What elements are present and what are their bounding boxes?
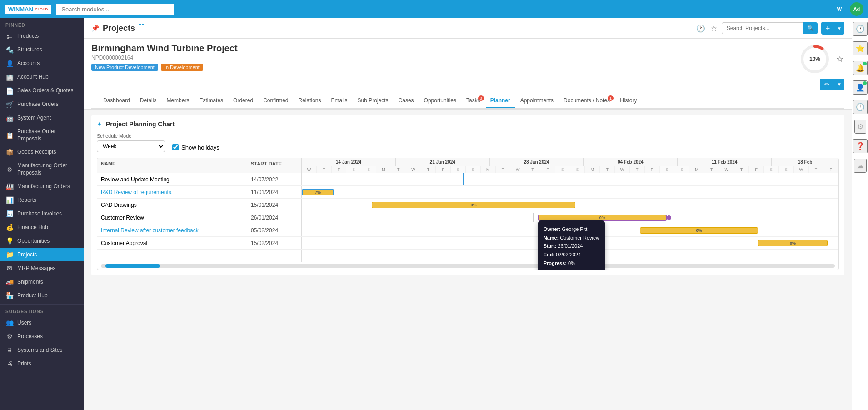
today-line [463, 173, 464, 185]
sidebar-item-processes[interactable]: ⚙ Processes [0, 330, 84, 343]
sidebar-item-products[interactable]: 🏷 Products [0, 30, 84, 43]
week-5: 11 Feb 2024 [678, 158, 772, 166]
sidebar-item-product-hub[interactable]: 🏪 Product Hub [0, 289, 84, 302]
project-tree-icon[interactable]: ⿳ [139, 24, 146, 32]
col-date-header: START DATE [247, 158, 302, 173]
task-5-bar[interactable]: 0% [640, 227, 758, 234]
suggestions-section: SUGGESTIONS 👥 Users ⚙ Processes 🖥 System… [0, 304, 84, 370]
tab-ordered[interactable]: Ordered [229, 94, 258, 108]
search-projects-input[interactable] [722, 22, 803, 34]
gantt-header: NAME START DATE 14 Jan 2024 21 Jan 2024 … [97, 158, 838, 173]
sidebar-item-mrp-messages[interactable]: ✉ MRP Messages [0, 261, 84, 275]
tab-opportunities[interactable]: Opportunities [419, 94, 461, 108]
project-code: NPD0000002164 [91, 55, 238, 61]
tab-dashboard[interactable]: Dashboard [99, 94, 135, 108]
sidebar-item-users[interactable]: 👥 Users [0, 316, 84, 330]
history-icon-btn[interactable]: 🕐 [695, 23, 706, 34]
sidebar-item-account-hub[interactable]: 🏢 Account Hub [0, 70, 84, 84]
day-m3: M [585, 166, 600, 173]
tab-documents-notes[interactable]: Documents / Notes 1 [559, 94, 614, 108]
tab-relations[interactable]: Relations [294, 94, 326, 108]
sidebar-item-finance-hub[interactable]: 💰 Finance Hub [0, 220, 84, 234]
sidebar-item-goods-receipts[interactable]: 📦 Goods Receipts [0, 145, 84, 159]
add-project-dropdown-button[interactable]: ▼ [834, 22, 844, 35]
right-clock-btn[interactable]: 🕒 [853, 100, 868, 114]
day-m2: M [481, 166, 496, 173]
day-t1: T [317, 166, 332, 173]
schedule-mode-select[interactable]: Week Day Month [97, 140, 165, 152]
tab-estimates[interactable]: Estimates [195, 94, 228, 108]
project-info-right: 10% ☆ [799, 43, 844, 75]
tab-confirmed[interactable]: Confirmed [259, 94, 293, 108]
task-6-bar[interactable]: 0% [758, 240, 828, 246]
sidebar-item-projects[interactable]: 📁 Projects [0, 248, 84, 261]
tab-details[interactable]: Details [135, 94, 161, 108]
favourite-icon-btn[interactable]: ☆ [710, 23, 718, 34]
search-projects-button[interactable]: 🔍 [803, 22, 818, 34]
task-3-bar[interactable]: 0% [372, 202, 576, 208]
logo[interactable]: WINMAN CLOUD [5, 5, 51, 14]
tab-members[interactable]: Members [162, 94, 194, 108]
gantt-scrollbar-track[interactable] [101, 264, 835, 268]
tab-appointments[interactable]: Appointments [516, 94, 558, 108]
sidebar-item-mfg-order-proposals[interactable]: ⚙ Manufacturing Order Proposals [0, 159, 84, 180]
favourite-star-btn[interactable]: ☆ [835, 53, 844, 65]
sidebar-item-systems-sites[interactable]: 🖥 Systems and Sites [0, 343, 84, 357]
right-star-btn[interactable]: ⭐ [853, 41, 868, 55]
task-4-resize-handle[interactable] [667, 215, 671, 220]
task-row-6: Customer Approval 15/02/2024 0% [97, 237, 838, 250]
right-history-btn[interactable]: 🕐 [853, 22, 868, 36]
show-holidays-checkbox[interactable] [172, 144, 179, 150]
structures-icon: 🔩 [5, 46, 14, 54]
tab-sub-projects[interactable]: Sub Projects [353, 94, 393, 108]
sidebar-item-sales-orders[interactable]: 📄 Sales Orders & Quotes [0, 84, 84, 98]
task-2-bar[interactable]: 7% [302, 189, 334, 195]
sidebar-item-prints[interactable]: 🖨 Prints [0, 357, 84, 370]
sidebar-item-purchase-orders[interactable]: 🛒 Purchase Orders [0, 98, 84, 111]
week-1: 14 Jan 2024 [302, 158, 396, 166]
tab-emails[interactable]: Emails [327, 94, 352, 108]
systems-sites-icon: 🖥 [5, 346, 14, 354]
day-s8: S [674, 166, 689, 173]
sidebar-item-po-proposals[interactable]: 📋 Purchase Order Proposals [0, 125, 84, 145]
sidebar-item-reports[interactable]: 📊 Reports [0, 193, 84, 207]
tag-in-development: In Development [161, 64, 203, 71]
gantt-scrollbar-thumb[interactable] [105, 264, 160, 268]
sidebar-item-purchase-invoices[interactable]: 🧾 Purchase Invoices [0, 207, 84, 220]
sidebar-item-accounts[interactable]: 👤 Accounts [0, 57, 84, 70]
progress-text: 10% [809, 56, 820, 62]
edit-dropdown-button[interactable]: ▼ [834, 79, 844, 90]
task-1-name: Review and Update Meeting [97, 173, 247, 185]
po-proposals-icon: 📋 [5, 132, 14, 139]
sidebar-item-structures[interactable]: 🔩 Structures [0, 43, 84, 57]
tab-history[interactable]: History [615, 94, 641, 108]
sidebar-purchase-orders-label: Purchase Orders [17, 101, 59, 108]
task-4-bar[interactable]: 0% [538, 215, 667, 221]
add-project-button[interactable]: + [821, 22, 834, 35]
sidebar-item-manufacturing-orders[interactable]: 🏭 Manufacturing Orders [0, 180, 84, 193]
controls-row: Schedule Mode Week Day Month Show holida… [97, 133, 839, 152]
tab-tasks[interactable]: Tasks 8 [462, 94, 485, 108]
pin-icon: 📌 [91, 25, 99, 32]
products-icon: 🏷 [5, 33, 14, 40]
task-row-4: Customer Review 26/01/2024 0% Owner: Geo… [97, 211, 838, 224]
right-cloud-btn[interactable]: ☁ [854, 159, 867, 173]
module-search-input[interactable] [56, 4, 174, 15]
user-avatar[interactable]: W [833, 2, 846, 16]
sidebar-item-system-agent[interactable]: 🤖 System Agent [0, 111, 84, 125]
mrp-messages-icon: ✉ [5, 265, 14, 272]
project-details-left: Birmingham Wind Turbine Project NPD00000… [91, 43, 238, 75]
sidebar-item-shipments[interactable]: 🚚 Shipments [0, 275, 84, 289]
admin-avatar[interactable]: Ad [850, 2, 863, 16]
task-5-link[interactable]: Internal Review after customer feedback [101, 227, 199, 234]
task-2-timeline: 7% [302, 186, 838, 198]
task-2-link[interactable]: R&D Review of requirements. [101, 189, 173, 195]
right-help-btn[interactable]: ❓ [853, 139, 868, 153]
right-settings-btn[interactable]: ⚙ [854, 120, 866, 134]
sidebar-item-opportunities[interactable]: 💡 Opportunities [0, 234, 84, 248]
tab-cases[interactable]: Cases [394, 94, 419, 108]
task-3-date: 15/01/2024 [247, 199, 302, 211]
edit-button[interactable]: ✏ [820, 79, 834, 90]
sidebar-goods-receipts-label: Goods Receipts [17, 149, 56, 156]
tab-planner[interactable]: Planner [486, 94, 515, 108]
